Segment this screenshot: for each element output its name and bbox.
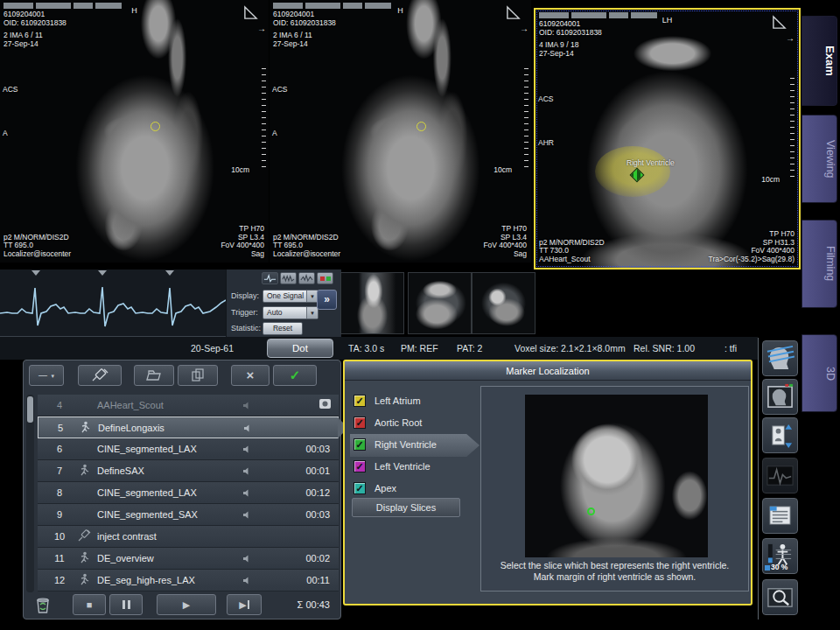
marker-item-left-atrium[interactable]: ✓ Left Atrium	[354, 393, 474, 412]
queue-row-inject-contrast[interactable]: 10 inject contrast	[38, 526, 339, 548]
scrollbar-thumb[interactable]	[27, 396, 33, 423]
queue-options-split-button[interactable]: — ▾	[29, 365, 64, 386]
step-number: 4	[50, 400, 69, 410]
sar-level-indicator	[765, 565, 770, 570]
signal-status-button[interactable]	[317, 272, 333, 284]
snr-value: Rel. SNR: 1.00	[634, 343, 695, 354]
checkbox-left-atrium[interactable]: ✓	[354, 395, 366, 407]
marker-item-aortic-root[interactable]: ✓ Aortic Root	[354, 415, 474, 434]
viewport-heart-active[interactable]: 6109204001 OID: 61092031838 4 IMA 9 / 18…	[534, 8, 801, 270]
checkbox-aortic-root[interactable]: ✓	[354, 416, 366, 429]
pan-arrow-icon[interactable]: →	[257, 24, 266, 33]
protocol-name: Localizer@isocenter	[273, 250, 340, 259]
folded-corner-icon[interactable]	[772, 15, 787, 30]
queue-row-definelongaxis-selected[interactable]: 5 DefineLongaxis	[38, 416, 339, 438]
marker-label: Apex	[374, 483, 396, 494]
play-button[interactable]: ▶	[157, 594, 216, 615]
marker-label: Left Atrium	[374, 396, 421, 406]
queue-row-aaheart-scout[interactable]: 4 AAHeart_Scout	[38, 395, 339, 416]
confirm-button[interactable]: ✓	[273, 365, 317, 386]
trigger-select[interactable]: Auto ▾	[262, 306, 318, 319]
queue-toolbar: — ▾ ×	[24, 360, 340, 389]
viewport-localizer-2[interactable]: 6109204001 OID: 61092031838 2 IMA 6 / 11…	[270, 0, 531, 262]
step-number: 7	[50, 466, 69, 476]
orientation-left-label-2: AHR	[538, 139, 554, 148]
thumbnail-axial[interactable]	[472, 272, 536, 334]
physio-signal-button[interactable]	[762, 458, 798, 494]
step-name: CINE_segmented_LAX	[97, 487, 197, 498]
cancel-button[interactable]: ×	[231, 365, 270, 386]
sar-value: 30 %	[771, 563, 788, 571]
checkbox-apex[interactable]: ✓	[354, 482, 366, 494]
ecg-curve-button-2[interactable]	[280, 272, 297, 284]
thumbnail-sagittal[interactable]	[340, 272, 404, 334]
display-select[interactable]: One Signal ▾	[262, 290, 318, 303]
run-step-icon	[78, 573, 92, 587]
image-browser-button[interactable]	[762, 579, 798, 615]
queue-row-de-overview[interactable]: 11 DE_overview 00:02	[38, 548, 339, 570]
tab-filming[interactable]: Filming	[802, 220, 837, 308]
step-duration: 00:12	[305, 487, 330, 498]
ecg-curve-button-3[interactable]	[298, 272, 315, 284]
trigger-marker-icon	[165, 270, 174, 276]
queue-row-cine-sax[interactable]: 9 CINE_segmented_SAX 00:03	[38, 504, 339, 526]
thumbnail-coronal[interactable]	[408, 272, 472, 334]
step-number: 8	[50, 487, 69, 498]
speaker-icon	[242, 444, 252, 456]
report-button[interactable]	[762, 498, 798, 534]
ecg-curve-button-1[interactable]	[262, 272, 278, 284]
marker-item-apex[interactable]: ✓ Apex	[354, 480, 474, 500]
marker-item-left-ventricle[interactable]: ✓ Left Ventricle	[354, 458, 474, 478]
oid-label: OID: 61092031838	[539, 29, 602, 38]
example-heart-image	[525, 395, 708, 557]
run-step-icon	[78, 551, 92, 565]
stop-icon: ■	[87, 599, 93, 610]
queue-scrollbar[interactable]	[26, 395, 34, 592]
sar-monitor-button[interactable]: 30 %	[762, 538, 798, 574]
trash-icon[interactable]	[34, 596, 52, 618]
tab-exam[interactable]: Exam	[802, 16, 837, 106]
checkbox-left-ventricle[interactable]: ✓	[354, 460, 366, 472]
run-step-icon	[79, 421, 93, 435]
minimize-icon: —	[38, 370, 47, 380]
inline-display-button[interactable]	[762, 379, 798, 415]
plane-label: Sag	[220, 250, 264, 259]
folded-corner-icon[interactable]	[506, 5, 521, 20]
pan-arrow-icon[interactable]: →	[520, 24, 528, 33]
speaker-icon	[243, 424, 253, 435]
viewport-localizer-1[interactable]: 6109204001 OID: 61092031838 2 IMA 6 / 11…	[0, 0, 269, 262]
queue-row-cine-lax[interactable]: 6 CINE_segmented_LAX 00:03	[38, 438, 339, 460]
slice-positioning-button[interactable]	[762, 340, 798, 376]
step-name: DE_overview	[97, 553, 154, 564]
queue-row-definesax[interactable]: 7 DefineSAX 00:01	[38, 460, 339, 482]
open-protocol-button[interactable]	[134, 365, 174, 386]
scale-label: 10cm	[761, 176, 780, 185]
step-number: 12	[50, 575, 69, 585]
patient-reposition-button[interactable]	[762, 417, 798, 453]
expand-physio-button[interactable]: »	[317, 290, 337, 310]
folded-corner-icon[interactable]	[243, 5, 258, 20]
dot-button[interactable]: Dot	[267, 339, 333, 358]
pause-button[interactable]	[109, 594, 143, 615]
checkbox-right-ventricle[interactable]: ✓	[354, 438, 366, 451]
tab-viewing[interactable]: Viewing	[802, 115, 837, 203]
marker-item-right-ventricle-selected[interactable]: ✓ Right Ventricle	[354, 437, 474, 456]
chevron-down-icon[interactable]: ▾	[306, 307, 318, 318]
image-copy-icon[interactable]	[318, 398, 332, 411]
inject-contrast-button[interactable]	[78, 365, 122, 386]
queue-row-cine-lax-2[interactable]: 8 CINE_segmented_LAX 00:12	[38, 482, 339, 504]
queue-row-de-seg-lax[interactable]: 12 DE_seg_high-res_LAX 00:11	[38, 570, 339, 592]
pan-arrow-icon[interactable]: →	[786, 33, 794, 43]
stop-button[interactable]: ■	[73, 594, 106, 615]
display-slices-button[interactable]: Display Slices	[352, 498, 460, 517]
reset-button[interactable]: Reset	[262, 322, 303, 335]
skip-to-end-button[interactable]: ▶	[227, 594, 262, 615]
copy-protocol-button[interactable]	[178, 365, 218, 386]
orientation-top-label: H	[270, 7, 531, 16]
marker-label: Right Ventricle	[374, 439, 437, 450]
oid-label: OID: 61092031838	[4, 19, 66, 28]
trigger-marker-icon	[98, 270, 107, 276]
orientation-left-label: ACS	[3, 86, 18, 94]
orientation-left-label-2: A	[272, 130, 277, 138]
tab-3d[interactable]: 3D	[802, 334, 837, 412]
